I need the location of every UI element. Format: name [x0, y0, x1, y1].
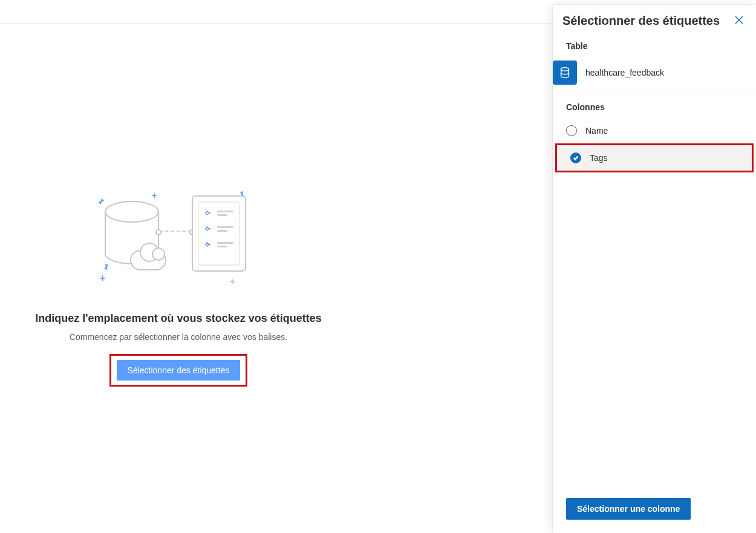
table-icon	[553, 60, 577, 85]
select-tags-button[interactable]: Sélectionner des étiquettes	[117, 360, 241, 381]
close-panel-button[interactable]	[732, 13, 746, 28]
cta-highlight: Sélectionner des étiquettes	[109, 354, 248, 387]
column-option-name[interactable]: Name	[553, 118, 756, 143]
column-label: Tags	[590, 153, 608, 163]
radio-checked-icon	[570, 152, 581, 163]
table-section-label: Table	[553, 38, 756, 54]
columns-section-label: Colonnes	[553, 91, 756, 118]
empty-state-subtitle: Commencez par sélectionner la colonne av…	[70, 332, 287, 342]
select-tags-panel: Sélectionner des étiquettes Table health…	[553, 5, 756, 533]
svg-point-0	[561, 68, 569, 71]
column-option-tags[interactable]: Tags	[557, 145, 752, 171]
empty-state-illustration	[100, 187, 257, 284]
table-row[interactable]: healthcare_feedback	[553, 54, 756, 91]
close-icon	[735, 16, 743, 26]
panel-footer: Sélectionner une colonne	[553, 489, 756, 533]
panel-header: Sélectionner des étiquettes	[553, 5, 756, 31]
column-label: Name	[585, 126, 608, 136]
radio-unchecked-icon	[566, 125, 577, 136]
main-empty-state: Indiquez l'emplacement où vous stockez v…	[0, 24, 551, 533]
table-name: healthcare_feedback	[585, 68, 664, 77]
panel-title: Sélectionner des étiquettes	[562, 14, 720, 28]
panel-body: Table healthcare_feedback Colonnes Name …	[553, 31, 756, 489]
column-highlight: Tags	[555, 143, 754, 172]
select-column-button[interactable]: Sélectionner une colonne	[566, 498, 691, 520]
empty-state-title: Indiquez l'emplacement où vous stockez v…	[35, 312, 321, 325]
